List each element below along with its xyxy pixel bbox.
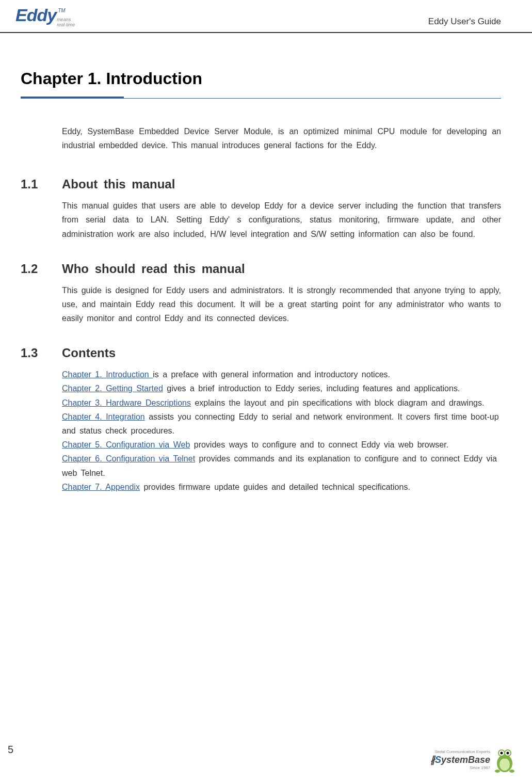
contents-text: explains the layout and pin specificatio… <box>191 398 484 407</box>
svg-point-7 <box>507 752 509 755</box>
svg-point-1 <box>499 758 510 771</box>
svg-point-6 <box>501 752 503 755</box>
section-1-2-heading: 1.2 Who should read this manual <box>21 262 501 276</box>
contents-line: Chapter 2. Getting Started gives a brief… <box>62 381 501 395</box>
eddy-logo: Eddy TM means real-time <box>15 5 75 28</box>
section-number: 1.2 <box>21 262 62 276</box>
chapter-2-link[interactable]: Chapter 2. Getting Started <box>62 384 163 393</box>
logo-tm: TM <box>58 8 65 13</box>
page-number: 5 <box>8 744 13 756</box>
section-1-2-body: This guide is designed for Eddy users an… <box>62 283 501 326</box>
section-number: 1.1 <box>21 177 62 191</box>
contents-text: provides ways to configure and to connec… <box>190 440 448 449</box>
footer-tagline: Serial Communication Experts <box>430 749 490 754</box>
footer-since: Since 1987 <box>430 765 490 770</box>
contents-text: is a preface with general information an… <box>153 370 390 379</box>
contents-line: Chapter 4. Integration assists you conne… <box>62 410 501 438</box>
svg-point-9 <box>495 770 500 773</box>
contents-line: Chapter 6. Configuration via Telnet prov… <box>62 452 501 479</box>
chapter-7-link[interactable]: Chapter 7. Appendix <box>62 483 140 491</box>
contents-text: provides firmware update guides and deta… <box>140 483 410 491</box>
svg-point-8 <box>502 756 507 759</box>
page-header: Eddy TM means real-time Eddy User's Guid… <box>0 0 532 33</box>
section-title: Who should read this manual <box>62 262 245 276</box>
systembase-logo-text: ∦SystemBase <box>430 754 490 765</box>
chapter-title: Chapter 1. Introduction <box>21 69 501 99</box>
footer-logo: Serial Communication Experts ∦SystemBase… <box>430 745 517 774</box>
contents-line: Chapter 5. Configuration via Web provide… <box>62 438 501 452</box>
contents-line: Chapter 7. Appendix provides firmware up… <box>62 480 501 494</box>
section-1-1-body: This manual guides that users are able t… <box>62 199 501 241</box>
chapter-4-link[interactable]: Chapter 4. Integration <box>62 412 145 421</box>
section-title: Contents <box>62 346 116 360</box>
chapter-5-link[interactable]: Chapter 5. Configuration via Web <box>62 440 190 449</box>
header-guide-title: Eddy User's Guide <box>428 17 501 27</box>
contents-text: gives a brief introduction to Eddy serie… <box>163 384 460 393</box>
mascot-icon <box>493 745 517 774</box>
chapter-intro: Eddy, SystemBase Embedded Device Server … <box>62 124 501 152</box>
contents-list: Chapter 1. Introduction is a preface wit… <box>62 367 501 494</box>
chapter-1-link[interactable]: Chapter 1. Introduction <box>62 370 153 379</box>
logo-main-text: Eddy <box>15 5 56 25</box>
logo-subtext: means real-time <box>57 18 75 28</box>
section-number: 1.3 <box>21 346 62 360</box>
svg-point-10 <box>509 770 514 773</box>
section-1-1-heading: 1.1 About this manual <box>21 177 501 191</box>
main-content: Chapter 1. Introduction Eddy, SystemBase… <box>0 33 532 494</box>
chapter-3-link[interactable]: Chapter 3. Hardware Descriptions <box>62 398 191 407</box>
chapter-6-link[interactable]: Chapter 6. Configuration via Telnet <box>62 454 195 463</box>
contents-line: Chapter 1. Introduction is a preface wit… <box>62 367 501 381</box>
section-1-3-heading: 1.3 Contents <box>21 346 501 360</box>
contents-line: Chapter 3. Hardware Descriptions explain… <box>62 396 501 410</box>
section-title: About this manual <box>62 177 175 191</box>
